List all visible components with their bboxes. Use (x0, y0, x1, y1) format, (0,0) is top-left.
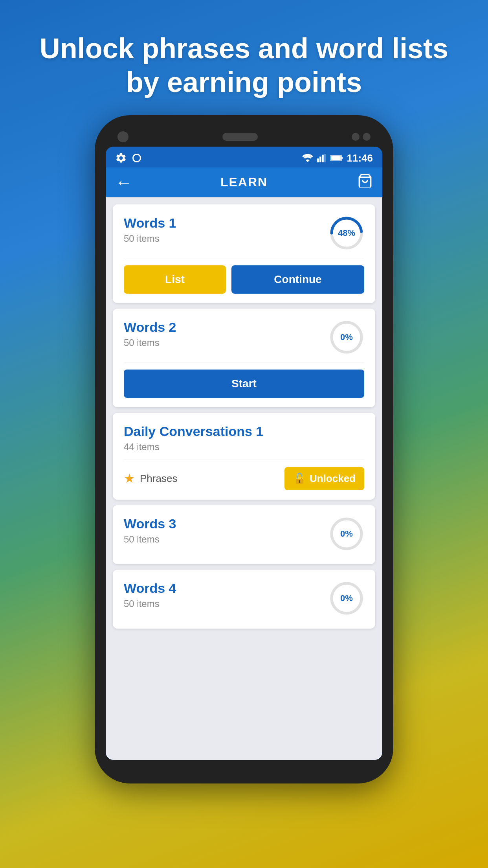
divider (124, 362, 364, 362)
card-words2-actions: Start (124, 370, 364, 398)
phone-hardware-bar (106, 127, 382, 147)
card-words3-progress-label: 0% (340, 529, 353, 539)
unlocked-badge[interactable]: 🔓 Unlocked (284, 467, 364, 490)
card-words4-progress-label: 0% (340, 593, 353, 603)
start-button-words2[interactable]: Start (124, 370, 364, 398)
speaker-icon (222, 133, 258, 141)
divider (124, 460, 364, 460)
time-display: 11:46 (347, 152, 373, 164)
card-daily-conversations1-subtitle: 44 items (124, 441, 263, 452)
card-words3-subtitle: 50 items (124, 534, 176, 545)
front-camera-icon (117, 131, 128, 142)
card-words4-title: Words 4 (124, 581, 176, 596)
card-words1-subtitle: 50 items (124, 233, 176, 244)
svg-rect-6 (331, 156, 341, 160)
card-words2-subtitle: 50 items (124, 337, 176, 348)
signal-icon (317, 154, 327, 162)
card-daily-conversations1: Daily Conversations 1 44 items ★ Phrases… (113, 413, 375, 500)
unlock-icon: 🔓 (293, 473, 306, 485)
divider (124, 258, 364, 258)
phrases-text: Phrases (140, 473, 177, 485)
card-words2: Words 2 50 items 0% Start (113, 309, 375, 407)
nav-bar: ← LEARN (106, 167, 382, 197)
headline-text: Unlock phrases and word lists by earning… (0, 0, 488, 115)
card-words3: Words 3 50 items 0% (113, 505, 375, 564)
phone-screen: 11:46 ← LEARN (106, 147, 382, 760)
nav-title: LEARN (220, 175, 268, 189)
sensor-dot-1 (352, 133, 360, 141)
svg-rect-3 (324, 154, 326, 162)
card-words1-progress-label: 48% (338, 228, 355, 238)
card-words3-progress: 0% (329, 516, 364, 552)
list-button-words1[interactable]: List (124, 265, 226, 294)
wifi-icon (302, 154, 313, 162)
sensor-dot-2 (363, 133, 371, 141)
card-words4-progress: 0% (329, 581, 364, 616)
card-words2-progress-label: 0% (340, 332, 353, 342)
status-left-icons (115, 152, 141, 164)
card-words3-title: Words 3 (124, 516, 176, 531)
cart-icon[interactable] (357, 173, 373, 191)
phone-device: 11:46 ← LEARN (95, 115, 393, 783)
card-words1-title: Words 1 (124, 215, 176, 231)
card-words1-progress: 48% (329, 215, 364, 251)
svg-rect-0 (317, 158, 319, 162)
card-words4: Words 4 50 items 0% (113, 570, 375, 629)
sync-icon (132, 154, 141, 162)
svg-rect-5 (341, 157, 343, 159)
content-area: Words 1 50 items 48% List Continue (106, 197, 382, 760)
continue-button-words1[interactable]: Continue (231, 265, 364, 294)
card-words4-subtitle: 50 items (124, 598, 176, 609)
battery-icon (330, 154, 343, 162)
status-right-icons: 11:46 (302, 152, 373, 164)
card-words1-actions: List Continue (124, 265, 364, 294)
card-daily-conversations1-footer: ★ Phrases 🔓 Unlocked (124, 467, 364, 490)
sensor-icons (352, 133, 371, 141)
back-button[interactable]: ← (115, 173, 132, 192)
svg-rect-1 (319, 157, 321, 162)
card-words2-progress: 0% (329, 320, 364, 355)
phrases-label: ★ Phrases (124, 471, 177, 486)
unlocked-label: Unlocked (310, 473, 356, 485)
svg-rect-2 (322, 155, 324, 162)
card-words2-title: Words 2 (124, 320, 176, 335)
gear-icon (115, 152, 127, 164)
star-icon: ★ (124, 471, 135, 486)
status-bar: 11:46 (106, 147, 382, 167)
card-words1: Words 1 50 items 48% List Continue (113, 204, 375, 303)
card-daily-conversations1-title: Daily Conversations 1 (124, 424, 263, 439)
